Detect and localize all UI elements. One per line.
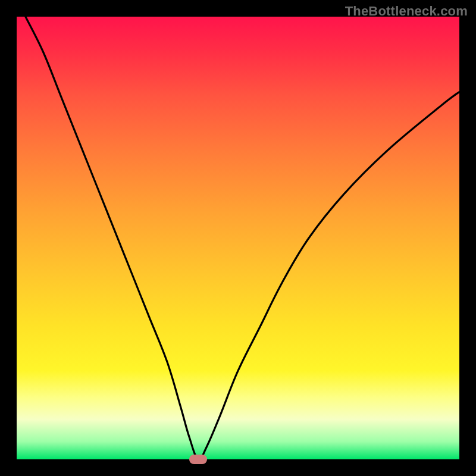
bottleneck-curve <box>17 17 459 459</box>
watermark-text: TheBottleneck.com <box>345 4 468 19</box>
plot-area <box>17 17 459 459</box>
minimum-marker <box>189 455 207 464</box>
chart-frame: TheBottleneck.com <box>0 0 476 476</box>
